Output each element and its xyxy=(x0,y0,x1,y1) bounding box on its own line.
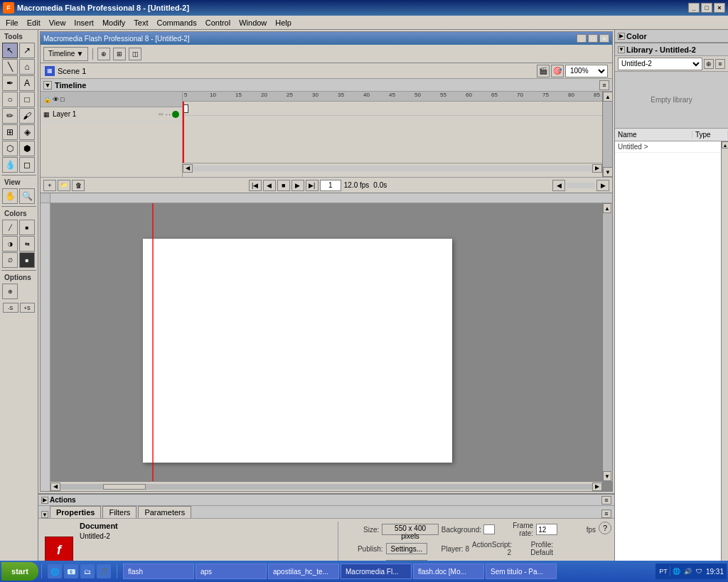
tool-oval[interactable]: ○ xyxy=(2,92,18,107)
layer-lock-btn[interactable]: · xyxy=(166,111,168,118)
lib-vscroll[interactable]: ▲ ▼ xyxy=(721,141,728,582)
tl-play-btn[interactable]: ▶ xyxy=(291,180,304,191)
timeline-vscroll[interactable]: ▲ ▼ xyxy=(602,92,612,177)
tool-rect[interactable]: □ xyxy=(19,92,35,107)
tl-delete-btn[interactable]: 🗑 xyxy=(72,180,85,191)
stage-scroll-left[interactable]: ◀ xyxy=(50,483,60,491)
tab-filters[interactable]: Filters xyxy=(102,506,136,518)
timeline-scroll-up[interactable]: ▲ xyxy=(603,92,613,102)
tool-lasso[interactable]: ⌂ xyxy=(19,59,35,75)
tool-snap[interactable]: ⊕ xyxy=(2,284,18,299)
tab-properties[interactable]: Properties xyxy=(50,506,101,518)
ql-btn-4[interactable]: 🎵 xyxy=(97,564,111,578)
tool-subselect[interactable]: ↗ xyxy=(19,43,35,58)
menu-insert[interactable]: Insert xyxy=(70,17,98,28)
library-new-btn[interactable]: ⊕ xyxy=(704,59,714,69)
color-panel-collapse[interactable]: ▶ xyxy=(618,33,625,40)
tool-brush[interactable]: 🖌 xyxy=(19,108,35,124)
tool-hand[interactable]: ✋ xyxy=(2,188,18,204)
tool-opt1[interactable]: -S xyxy=(3,303,18,313)
tool-zoom[interactable]: 🔍 xyxy=(19,188,35,204)
timeline-scroll-right[interactable]: ▶ xyxy=(592,164,602,173)
close-button[interactable]: × xyxy=(714,3,725,13)
tl-playback-btn5[interactable]: ▶| xyxy=(306,180,318,191)
props-options-btn[interactable]: ≡ xyxy=(601,510,611,518)
timeline-collapse-btn[interactable]: ▼ xyxy=(43,81,52,90)
library-panel-collapse[interactable]: ▼ xyxy=(618,46,625,53)
tl-playback-btn1[interactable]: |◀ xyxy=(249,180,262,191)
ql-btn-3[interactable]: 🗂 xyxy=(80,564,95,578)
stage-area[interactable]: ▲ ▼ ◀ ▶ xyxy=(50,203,612,491)
tool-eraser[interactable]: ◻ xyxy=(19,157,35,173)
frame-rate-input[interactable] xyxy=(536,524,557,535)
tool-paint-bucket[interactable]: ⬢ xyxy=(19,141,35,156)
zoom-select[interactable]: 100% 50% 25% 200% xyxy=(565,65,608,77)
scene-icon-btn-1[interactable]: 🎬 xyxy=(537,65,550,77)
tool-no-color[interactable]: ∅ xyxy=(2,252,18,268)
minimize-button[interactable]: _ xyxy=(688,3,700,13)
taskbar-item-macromedia[interactable]: Macromedia Fl... xyxy=(341,564,412,579)
stage-scroll-up[interactable]: ▲ xyxy=(603,203,611,213)
ql-btn-2[interactable]: 📧 xyxy=(64,564,78,578)
tool-color2[interactable]: ■ xyxy=(19,252,35,268)
tool-opt2[interactable]: +S xyxy=(20,303,36,313)
maximize-button[interactable]: □ xyxy=(701,3,712,13)
tool-arrow[interactable]: ↖ xyxy=(2,43,18,58)
menu-view[interactable]: View xyxy=(45,17,70,28)
menu-control[interactable]: Control xyxy=(201,17,235,28)
ql-btn-1[interactable]: 🌐 xyxy=(48,564,62,578)
tl-add-layer-btn[interactable]: + xyxy=(43,180,56,191)
menu-text[interactable]: Text xyxy=(129,17,152,28)
start-button[interactable]: start xyxy=(1,562,38,581)
menu-commands[interactable]: Commands xyxy=(152,17,200,28)
tool-stroke-color[interactable]: ╱ xyxy=(2,220,18,235)
library-props-btn[interactable]: ≡ xyxy=(715,59,725,69)
publish-settings-btn[interactable]: Settings... xyxy=(386,543,427,554)
tool-gradient[interactable]: ◈ xyxy=(19,124,35,140)
timeline-scroll-down[interactable]: ▼ xyxy=(603,167,613,177)
toolbar-layers-icon[interactable]: ◫ xyxy=(129,48,141,60)
stage-scroll-right[interactable]: ▶ xyxy=(592,483,602,491)
tool-pen[interactable]: ✒ xyxy=(2,75,18,91)
tool-fill-color[interactable]: ■ xyxy=(19,220,35,235)
taskbar-item-flashdoc[interactable]: flash.doc [Mo... xyxy=(413,564,484,579)
tool-pencil[interactable]: ✏ xyxy=(2,108,18,124)
doc-close[interactable]: × xyxy=(599,34,609,43)
tool-text[interactable]: A xyxy=(19,75,35,91)
tool-fill-transform[interactable]: ⊞ xyxy=(2,124,18,140)
tl-playback-btn2[interactable]: ◀ xyxy=(263,180,276,191)
tl-add-folder-btn[interactable]: 📁 xyxy=(58,180,70,191)
menu-window[interactable]: Window xyxy=(235,17,271,28)
stage-vscroll[interactable]: ▲ ▼ xyxy=(602,203,612,481)
tl-scroll-left2[interactable]: ◀ xyxy=(552,180,565,191)
tool-black-white[interactable]: ◑ xyxy=(2,236,18,252)
actions-options-btn[interactable]: ≡ xyxy=(601,496,611,505)
timeline-scroll-left[interactable]: ◀ xyxy=(183,164,193,173)
taskbar-item-flash[interactable]: flash xyxy=(123,564,194,579)
menu-file[interactable]: File xyxy=(1,17,23,28)
toolbar-grid-icon[interactable]: ⊞ xyxy=(113,48,126,60)
tool-line[interactable]: ╲ xyxy=(2,59,18,75)
menu-edit[interactable]: Edit xyxy=(23,17,45,28)
tool-swap-colors[interactable]: ⇆ xyxy=(19,236,35,252)
menu-modify[interactable]: Modify xyxy=(98,17,129,28)
tl-scroll-right2[interactable]: ▶ xyxy=(596,180,609,191)
tool-ink-bottle[interactable]: ⬡ xyxy=(2,141,18,156)
size-btn[interactable]: 550 x 400 pixels xyxy=(382,524,439,535)
doc-minimize[interactable]: _ xyxy=(577,34,587,43)
help-btn[interactable]: ? xyxy=(599,522,611,534)
stage-hscroll[interactable]: ◀ ▶ xyxy=(50,481,602,491)
scene-icon-btn-2[interactable]: 🎯 xyxy=(551,65,564,77)
current-frame-input[interactable]: 1 xyxy=(320,180,341,191)
actions-expand-btn[interactable]: ▶ xyxy=(41,497,48,504)
doc-maximize[interactable]: □ xyxy=(588,34,598,43)
library-select[interactable]: Untitled-2 xyxy=(618,58,702,70)
taskbar-item-apostilas[interactable]: apostilas_hc_te... xyxy=(268,564,339,579)
taskbar-item-semtitulo[interactable]: Sem titulo - Pa... xyxy=(486,564,557,579)
stage-scroll-down[interactable]: ▼ xyxy=(603,471,611,481)
layer-eye-btn[interactable]: · xyxy=(168,111,171,118)
menu-help[interactable]: Help xyxy=(271,17,296,28)
stage-canvas[interactable] xyxy=(143,239,452,463)
tab-parameters[interactable]: Parameters xyxy=(138,506,191,518)
bg-color-box[interactable] xyxy=(483,524,496,534)
